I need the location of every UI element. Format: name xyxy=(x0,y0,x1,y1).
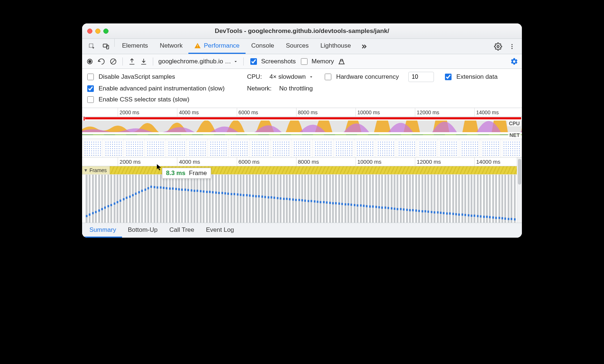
settings-icon[interactable] xyxy=(491,39,505,54)
frame-bar[interactable] xyxy=(508,175,509,223)
frame-bar[interactable] xyxy=(268,175,269,223)
frame-bar[interactable] xyxy=(194,175,195,223)
frame-bar[interactable] xyxy=(391,175,393,223)
frame-bar[interactable] xyxy=(397,175,398,223)
frame-bar[interactable] xyxy=(184,175,186,223)
screenshot-thumbnail[interactable] xyxy=(501,139,522,157)
frame-bar[interactable] xyxy=(178,175,180,223)
frame-bar[interactable] xyxy=(172,175,174,223)
frame-bar[interactable] xyxy=(156,175,158,223)
frame-bar[interactable] xyxy=(310,175,312,223)
frame-bar[interactable] xyxy=(138,175,140,223)
frame-bar[interactable] xyxy=(341,175,343,223)
screenshot-thumbnail[interactable] xyxy=(459,139,480,157)
inspect-element-icon[interactable] xyxy=(85,39,99,54)
capture-settings-toggle[interactable] xyxy=(510,57,518,66)
frame-bar[interactable] xyxy=(150,175,152,223)
frame-bar[interactable] xyxy=(209,175,211,223)
kebab-menu-icon[interactable] xyxy=(505,39,519,54)
upload-profile-button[interactable] xyxy=(128,57,136,66)
frame-bar[interactable] xyxy=(498,175,500,223)
frame-bar[interactable] xyxy=(326,175,328,223)
frame-bar[interactable] xyxy=(335,175,337,223)
frame-bar[interactable] xyxy=(375,175,377,223)
timeline-overview[interactable]: 2000 ms4000 ms6000 ms8000 ms10000 ms1200… xyxy=(82,108,522,157)
memory-checkbox-input[interactable] xyxy=(301,58,307,65)
tab-call-tree[interactable]: Call Tree xyxy=(163,223,200,238)
frame-bar[interactable] xyxy=(231,175,232,223)
hardware-concurrency-input[interactable] xyxy=(325,74,331,80)
frame-bar[interactable] xyxy=(95,175,97,223)
zoom-window-button[interactable] xyxy=(103,29,108,34)
frames-track[interactable]: ▼ Frames xyxy=(82,166,522,174)
frame-bar[interactable] xyxy=(187,175,189,223)
frame-bar[interactable] xyxy=(304,175,306,223)
vertical-scrollbar[interactable] xyxy=(517,157,522,223)
frame-bar[interactable] xyxy=(104,175,106,223)
frame-bar[interactable] xyxy=(203,175,205,223)
frame-bar[interactable] xyxy=(366,175,368,223)
download-profile-button[interactable] xyxy=(140,57,148,66)
screenshots-checkbox[interactable]: Screenshots xyxy=(249,57,296,66)
frame-bar[interactable] xyxy=(196,175,198,223)
frame-bar[interactable] xyxy=(314,175,316,223)
screenshot-thumbnail[interactable] xyxy=(208,139,229,157)
frame-bar[interactable] xyxy=(92,175,94,223)
frame-bar[interactable] xyxy=(437,175,439,223)
frame-bar[interactable] xyxy=(215,175,217,223)
frame-bar[interactable] xyxy=(144,175,146,223)
clear-button[interactable] xyxy=(109,57,117,66)
hardware-concurrency-field[interactable] xyxy=(408,72,434,82)
minimize-window-button[interactable] xyxy=(95,29,100,34)
frame-bar[interactable] xyxy=(141,175,143,223)
screenshot-thumbnail[interactable] xyxy=(270,139,291,157)
frame-bar[interactable] xyxy=(132,175,134,223)
flamechart-area[interactable]: 2000 ms4000 ms6000 ms8000 ms10000 ms1200… xyxy=(82,157,522,223)
frame-bar[interactable] xyxy=(264,175,266,223)
overview-ruler[interactable]: 2000 ms4000 ms6000 ms8000 ms10000 ms1200… xyxy=(82,108,522,117)
frame-bar[interactable] xyxy=(372,175,374,223)
tab-bottom-up[interactable]: Bottom-Up xyxy=(122,223,163,238)
frame-bar[interactable] xyxy=(332,175,334,223)
screenshot-thumbnail[interactable] xyxy=(124,139,145,157)
frame-bar[interactable] xyxy=(511,175,512,223)
frame-bar[interactable] xyxy=(443,175,445,223)
frame-bar[interactable] xyxy=(160,175,162,223)
tab-summary[interactable]: Summary xyxy=(84,223,122,238)
frame-bar[interactable] xyxy=(221,175,223,223)
collapse-triangle-icon[interactable]: ▼ xyxy=(84,168,88,173)
advanced-paint-input[interactable] xyxy=(87,85,94,92)
frame-bar[interactable] xyxy=(501,175,503,223)
frame-bar[interactable] xyxy=(175,175,177,223)
frame-bar[interactable] xyxy=(338,175,340,223)
frame-bar[interactable] xyxy=(154,175,155,223)
frame-bar[interactable] xyxy=(424,175,426,223)
tab-sources[interactable]: Sources xyxy=(280,39,314,54)
screenshot-thumbnail[interactable] xyxy=(250,139,270,157)
frame-bar[interactable] xyxy=(378,175,380,223)
frame-bar[interactable] xyxy=(169,175,171,223)
scrollbar-thumb[interactable] xyxy=(518,159,521,185)
frame-bar[interactable] xyxy=(252,175,254,223)
frame-bar[interactable] xyxy=(135,175,137,223)
frame-bar[interactable] xyxy=(114,175,115,223)
frame-bar[interactable] xyxy=(301,175,303,223)
frame-bar[interactable] xyxy=(504,175,506,223)
frame-bar[interactable] xyxy=(119,175,121,223)
frame-bar[interactable] xyxy=(107,175,109,223)
tab-event-log[interactable]: Event Log xyxy=(200,223,240,238)
collect-garbage-button[interactable] xyxy=(338,57,346,66)
screenshot-thumbnail[interactable] xyxy=(187,139,208,157)
frame-bar[interactable] xyxy=(345,175,346,223)
frame-bar[interactable] xyxy=(455,175,457,223)
frame-bar[interactable] xyxy=(98,175,100,223)
frame-bar[interactable] xyxy=(261,175,263,223)
frame-bar[interactable] xyxy=(249,175,251,223)
frame-bar[interactable] xyxy=(117,175,118,223)
screenshot-thumbnail[interactable] xyxy=(438,139,459,157)
frame-bar[interactable] xyxy=(418,175,420,223)
frame-bar[interactable] xyxy=(415,175,417,223)
screenshot-thumbnail[interactable] xyxy=(480,139,501,157)
extension-data-input[interactable] xyxy=(445,74,452,80)
advanced-paint-checkbox[interactable]: Enable advanced paint instrumentation (s… xyxy=(86,84,240,93)
